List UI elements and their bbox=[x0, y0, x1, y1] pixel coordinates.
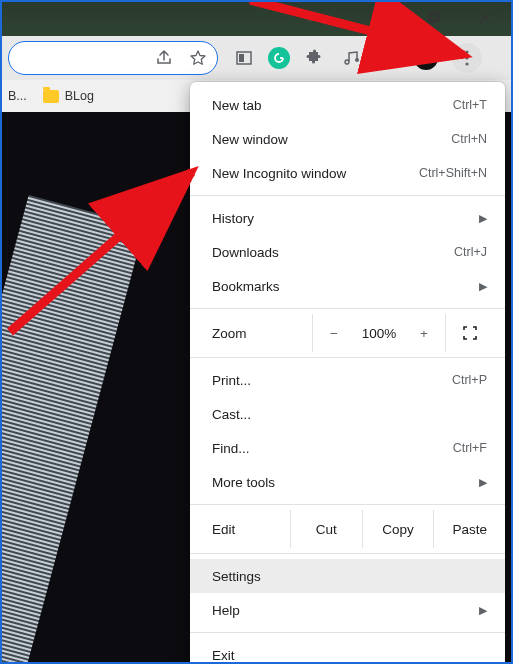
extension-grammarly-button[interactable] bbox=[268, 47, 290, 69]
menu-label: Cast... bbox=[212, 407, 487, 422]
menu-label: Edit bbox=[190, 510, 290, 548]
background-image bbox=[2, 195, 145, 662]
menu-shortcut: Ctrl+T bbox=[453, 98, 487, 112]
menu-item-help[interactable]: Help ▶ bbox=[190, 593, 505, 627]
panel-icon bbox=[381, 49, 399, 67]
kebab-icon bbox=[465, 50, 469, 66]
menu-item-history[interactable]: History ▶ bbox=[190, 201, 505, 235]
menu-item-print[interactable]: Print... Ctrl+P bbox=[190, 363, 505, 397]
fullscreen-button[interactable] bbox=[446, 325, 494, 341]
svg-point-7 bbox=[355, 58, 359, 62]
toolbar-icons bbox=[230, 43, 482, 73]
menu-item-new-incognito[interactable]: New Incognito window Ctrl+Shift+N bbox=[190, 156, 505, 190]
music-icon bbox=[343, 49, 361, 67]
menu-item-exit[interactable]: Exit bbox=[190, 638, 505, 664]
puzzle-icon bbox=[305, 49, 323, 67]
bookmark-star-icon[interactable] bbox=[189, 49, 207, 67]
reading-list-button[interactable] bbox=[230, 44, 258, 72]
reading-list-icon bbox=[235, 49, 253, 67]
fullscreen-icon bbox=[462, 325, 478, 341]
menu-item-edit: Edit Cut Copy Paste bbox=[190, 510, 505, 548]
submenu-arrow-icon: ▶ bbox=[479, 280, 487, 293]
tab-search-button[interactable] bbox=[290, 3, 330, 33]
media-button[interactable] bbox=[338, 44, 366, 72]
menu-separator bbox=[190, 553, 505, 554]
zoom-out-button[interactable]: − bbox=[313, 314, 355, 352]
browser-toolbar bbox=[0, 36, 513, 80]
menu-label: Print... bbox=[212, 373, 452, 388]
bookmark-folder[interactable]: BLog bbox=[43, 89, 94, 103]
bookmark-label: BLog bbox=[65, 89, 94, 103]
menu-label: New Incognito window bbox=[212, 166, 419, 181]
menu-separator bbox=[190, 195, 505, 196]
extensions-button[interactable] bbox=[300, 44, 328, 72]
menu-shortcut: Ctrl+N bbox=[451, 132, 487, 146]
menu-item-settings[interactable]: Settings bbox=[190, 559, 505, 593]
menu-item-zoom: Zoom − 100% + bbox=[190, 314, 505, 352]
menu-item-more-tools[interactable]: More tools ▶ bbox=[190, 465, 505, 499]
minimize-icon bbox=[374, 11, 388, 25]
menu-label: History bbox=[212, 211, 469, 226]
profile-avatar[interactable] bbox=[414, 46, 438, 70]
folder-icon bbox=[43, 90, 59, 103]
menu-label: Help bbox=[212, 603, 469, 618]
submenu-arrow-icon: ▶ bbox=[479, 212, 487, 225]
menu-label: Find... bbox=[212, 441, 453, 456]
menu-separator bbox=[190, 632, 505, 633]
svg-point-12 bbox=[465, 62, 468, 65]
svg-point-11 bbox=[465, 56, 468, 59]
menu-shortcut: Ctrl+P bbox=[452, 373, 487, 387]
menu-item-downloads[interactable]: Downloads Ctrl+J bbox=[190, 235, 505, 269]
bookmark-folder[interactable]: B... bbox=[8, 89, 27, 103]
submenu-arrow-icon: ▶ bbox=[479, 476, 487, 489]
svg-rect-1 bbox=[429, 14, 437, 22]
menu-label: Settings bbox=[212, 569, 487, 584]
submenu-arrow-icon: ▶ bbox=[479, 604, 487, 617]
side-panel-button[interactable] bbox=[376, 44, 404, 72]
menu-separator bbox=[190, 308, 505, 309]
maximize-button[interactable] bbox=[411, 3, 455, 33]
menu-label: New tab bbox=[212, 98, 453, 113]
menu-label: Zoom bbox=[190, 326, 312, 341]
chrome-menu: New tab Ctrl+T New window Ctrl+N New Inc… bbox=[190, 82, 505, 664]
menu-shortcut: Ctrl+F bbox=[453, 441, 487, 455]
svg-point-10 bbox=[465, 50, 468, 53]
close-icon bbox=[478, 11, 492, 25]
share-icon[interactable] bbox=[155, 49, 173, 67]
minimize-button[interactable] bbox=[359, 3, 403, 33]
menu-label: Bookmarks bbox=[212, 279, 469, 294]
maximize-icon bbox=[426, 11, 440, 25]
zoom-in-button[interactable]: + bbox=[403, 314, 445, 352]
edit-copy-button[interactable]: Copy bbox=[362, 510, 434, 548]
svg-rect-2 bbox=[431, 12, 439, 20]
bookmark-label: B... bbox=[8, 89, 27, 103]
window-titlebar bbox=[0, 0, 513, 36]
edit-paste-button[interactable]: Paste bbox=[433, 510, 505, 548]
menu-item-new-tab[interactable]: New tab Ctrl+T bbox=[190, 88, 505, 122]
chevron-down-icon bbox=[301, 9, 319, 27]
menu-label: Exit bbox=[212, 648, 487, 663]
menu-label: New window bbox=[212, 132, 451, 147]
zoom-percent: 100% bbox=[355, 326, 403, 341]
grammarly-icon bbox=[270, 49, 288, 67]
menu-separator bbox=[190, 357, 505, 358]
menu-label: Downloads bbox=[212, 245, 454, 260]
svg-rect-6 bbox=[239, 54, 244, 62]
menu-label: More tools bbox=[212, 475, 469, 490]
menu-separator bbox=[190, 504, 505, 505]
edit-cut-button[interactable]: Cut bbox=[290, 510, 362, 548]
menu-item-cast[interactable]: Cast... bbox=[190, 397, 505, 431]
close-button[interactable] bbox=[463, 3, 507, 33]
more-menu-button[interactable] bbox=[452, 43, 482, 73]
menu-item-new-window[interactable]: New window Ctrl+N bbox=[190, 122, 505, 156]
menu-shortcut: Ctrl+Shift+N bbox=[419, 166, 487, 180]
menu-shortcut: Ctrl+J bbox=[454, 245, 487, 259]
address-bar[interactable] bbox=[8, 41, 218, 75]
svg-rect-8 bbox=[383, 52, 397, 64]
menu-item-bookmarks[interactable]: Bookmarks ▶ bbox=[190, 269, 505, 303]
menu-item-find[interactable]: Find... Ctrl+F bbox=[190, 431, 505, 465]
